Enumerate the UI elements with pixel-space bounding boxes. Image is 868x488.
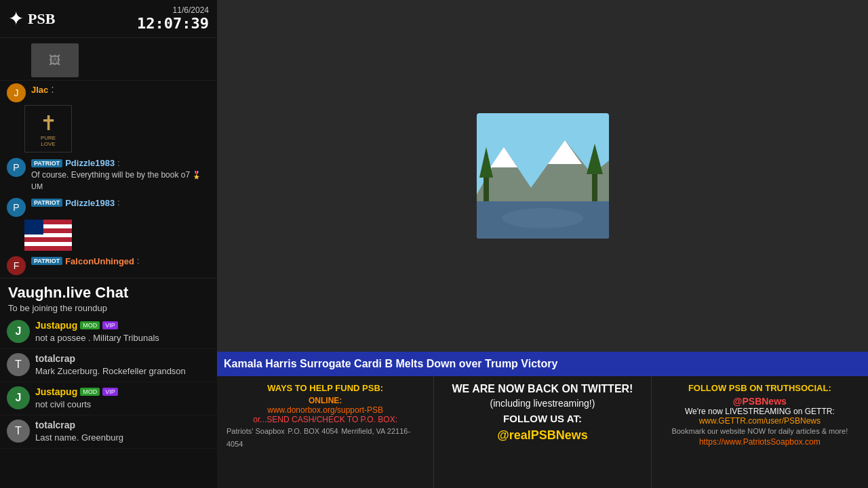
main-content: Kamala Harris Surrogate Cardi B Melts Do… (217, 0, 868, 488)
username: Justapug (35, 386, 77, 397)
user-entry: T totalcrap Last name. Greenburg (0, 415, 217, 449)
user-name-row: Justapug MOD VIP (35, 386, 210, 397)
avatar: P (7, 198, 26, 217)
svg-point-9 (502, 208, 583, 228)
twitter-handle: @realPSBNews (443, 428, 641, 443)
user-info: totalcrap Mark Zucerburg. Rockefeller gr… (35, 353, 210, 378)
donorbox-url[interactable]: www.donorbox.org/support-PSB (226, 405, 424, 415)
username: Pdizzle1983 (65, 198, 115, 208)
avatar: J (7, 320, 30, 343)
truthsocial-col: FOLLOW PSB ON TRUTHSOCIAL: @PSBNews We'r… (652, 376, 868, 488)
patriot-badge: PATRIOT (31, 257, 62, 265)
user-message: Last name. Greenburg (35, 432, 210, 444)
ticker-text: Kamala Harris Surrogate Cardi B Melts Do… (217, 358, 564, 370)
header-time: 11/6/2024 12:07:39 (137, 5, 209, 32)
sidebar: ✦ PSB 11/6/2024 12:07:39 🖼 J Jlac : (0, 0, 217, 488)
twitter-col: WE ARE NOW BACK ON TWITTER! (including l… (434, 376, 651, 488)
twitter-title: WE ARE NOW BACK ON TWITTER! (443, 383, 641, 395)
user-entry: J Justapug MOD VIP not a possee . Milita… (0, 316, 217, 349)
video-area[interactable] (217, 0, 868, 352)
username-row: PATRIOT FalconUnhinged : (31, 256, 139, 266)
chat-message: Of course. Everything will be by the boo… (31, 169, 210, 192)
avatar: J (7, 386, 30, 409)
patriot-badge: PATRIOT (31, 159, 62, 167)
user-info: Justapug MOD VIP not civil courts (35, 386, 210, 411)
chat-item: P PATRIOT Pdizzle1983 : Of course. Every… (0, 155, 217, 195)
cross-icon: ✝ (40, 111, 57, 135)
user-info: Justapug MOD VIP not a possee . Military… (35, 320, 210, 344)
user-name-row: totalcrap (35, 420, 210, 430)
username: Jlac (31, 85, 48, 95)
video-thumbnail (477, 113, 609, 239)
chat-item: P PATRIOT Pdizzle1983 : (0, 195, 217, 220)
avatar: T (7, 420, 30, 443)
user-entry: J Justapug MOD VIP not civil courts (0, 382, 217, 415)
ticker-bar: Kamala Harris Surrogate Cardi B Melts Do… (217, 352, 868, 376)
website-url[interactable]: https://www.PatriotsSoapbox.com (661, 437, 859, 447)
cross-image: ✝ PURELOVE (24, 105, 72, 152)
patriot-badge: PATRIOT (31, 199, 62, 207)
username-row: Jlac : (31, 83, 54, 96)
twitter-subtitle: (including livestreaming!) (443, 398, 641, 409)
username: totalcrap (35, 353, 75, 364)
svg-rect-6 (592, 171, 597, 201)
bookmark-text: Bookmark our website NOW for daily artic… (661, 426, 859, 437)
sidebar-header: ✦ PSB 11/6/2024 12:07:39 (0, 0, 217, 38)
logo-text: PSB (28, 10, 55, 28)
header-date: 11/6/2024 (137, 5, 209, 15)
username: totalcrap (35, 420, 75, 430)
user-message: not a possee . Military Tribunals (35, 332, 210, 344)
chat-item: J Jlac : (0, 81, 217, 105)
flag-blue-canton (24, 220, 43, 235)
user-message: Mark Zucerburg. Rockefeller grandson (35, 365, 210, 378)
user-name-row: Justapug MOD VIP (35, 320, 210, 331)
colon: : (51, 83, 54, 96)
chat-scroll[interactable]: 🖼 J Jlac : ✝ PURELOVE P PATRIOT P (0, 38, 217, 488)
mod-badge: MOD (80, 388, 100, 396)
username: FalconUnhinged (65, 256, 134, 266)
avatar: P (7, 158, 26, 177)
vip-badge: VIP (102, 388, 118, 396)
send-cash-label: or...SEND CASH/CHECK TO P.O. BOX: (226, 415, 424, 424)
gettr-url[interactable]: www.GETTR.com/user/PSBNews (661, 416, 859, 426)
username-row: PATRIOT Pdizzle1983 : (31, 198, 120, 208)
fund-title: WAYS TO HELP FUND PSB: (226, 383, 424, 393)
gettr-label: We're now LIVESTREAMING on GETTR: (661, 407, 859, 416)
po-box: P.O. BOX 4054 (288, 427, 338, 435)
fund-col: WAYS TO HELP FUND PSB: ONLINE: www.donor… (217, 376, 434, 488)
user-message: not civil courts (35, 399, 210, 411)
truthsocial-title: FOLLOW PSB ON TRUTHSOCIAL: (661, 383, 859, 393)
avatar: J (7, 83, 26, 102)
flag-image (24, 220, 72, 251)
vaughn-subtitle: To be joining the roundup (8, 303, 209, 313)
mod-badge: MOD (80, 321, 100, 329)
avatar: F (7, 256, 26, 275)
username: Pdizzle1983 (65, 158, 115, 168)
user-entry: T totalcrap Mark Zucerburg. Rockefeller … (0, 349, 217, 382)
username-row: PATRIOT Pdizzle1983 : (31, 158, 210, 168)
mountain-scene (477, 113, 609, 239)
online-label: ONLINE: (226, 396, 424, 405)
vaughn-section: Vaughn.live Chat To be joining the round… (0, 278, 217, 316)
header-clock: 12:07:39 (137, 15, 209, 32)
psbnews-handle: @PSBNews (661, 396, 859, 407)
user-name-row: totalcrap (35, 353, 210, 364)
patriots-soapbox: Patriots' Soapbox (226, 427, 285, 435)
vip-badge: VIP (102, 321, 118, 329)
logo-area: ✦ PSB (8, 9, 55, 28)
svg-rect-4 (484, 174, 489, 201)
user-info: totalcrap Last name. Greenburg (35, 420, 210, 444)
pure-love-text: PURELOVE (41, 135, 56, 147)
vaughn-title: Vaughn.live Chat (8, 284, 209, 302)
username: Justapug (35, 320, 77, 331)
chat-item: F PATRIOT FalconUnhinged : (0, 253, 217, 278)
avatar: T (7, 353, 30, 376)
bottom-info: WAYS TO HELP FUND PSB: ONLINE: www.donor… (217, 376, 868, 488)
logo-star-icon: ✦ (8, 9, 24, 28)
follow-label: FOLLOW US AT: (443, 413, 641, 424)
